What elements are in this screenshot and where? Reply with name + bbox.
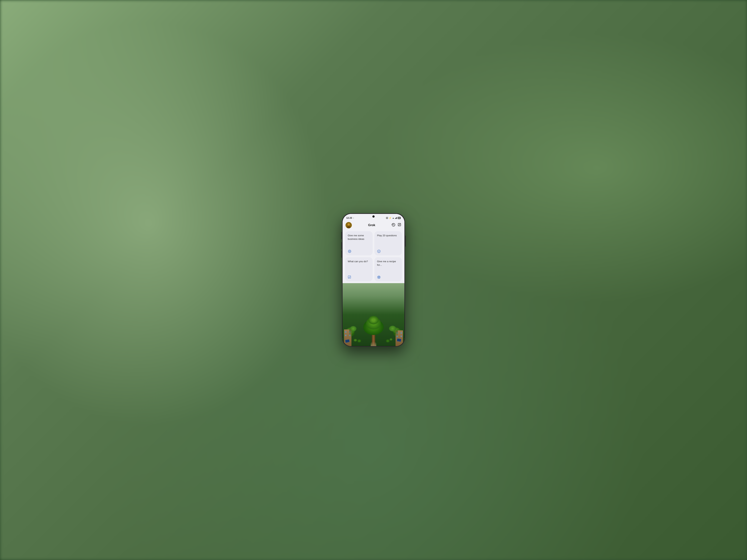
suggestion-text-recipe: Give me a recipe for... <box>377 260 399 267</box>
svg-point-8 <box>349 251 350 252</box>
vpn-icon: ? <box>386 217 388 219</box>
building-left <box>344 329 352 346</box>
svg-point-26 <box>378 276 379 277</box>
battery-indicator: 63 <box>398 217 401 219</box>
app-title: Grok <box>368 223 375 227</box>
status-icons: ? ⚡ ▲ 63 <box>386 217 401 219</box>
svg-line-16 <box>349 252 349 252</box>
nature-scene <box>342 283 405 346</box>
svg-point-25 <box>379 277 380 278</box>
suggestion-text-capabilities: What can you do? <box>348 260 370 263</box>
status-time: 12.33 <box>346 217 352 219</box>
battery-level: 63 <box>398 217 400 219</box>
suggestion-text-questions: Play 20 questions <box>377 234 399 237</box>
signal-bars <box>395 217 397 219</box>
smile-icon <box>377 249 399 253</box>
svg-line-14 <box>351 252 351 252</box>
suggestion-card-business-ideas[interactable]: Give me some business ideas <box>345 231 372 256</box>
camera-notch <box>372 215 375 218</box>
history-icon[interactable] <box>391 223 395 228</box>
svg-point-7 <box>348 250 351 252</box>
svg-point-24 <box>378 276 380 279</box>
compose-icon[interactable] <box>398 223 402 228</box>
avatar[interactable] <box>345 222 352 228</box>
header-actions <box>391 223 402 228</box>
status-bar: 12.33 ✦ ? ⚡ ▲ 63 <box>342 214 405 220</box>
suggestion-text-business: Give me some business ideas <box>348 234 370 241</box>
suggestions-grid: Give me some business ideas <box>342 230 405 283</box>
svg-line-23 <box>350 276 350 277</box>
suggestion-card-recipe[interactable]: Give me a recipe for... <box>375 257 402 281</box>
suggestion-card-20-questions[interactable]: Play 20 questions <box>375 231 402 256</box>
ideas-icon <box>348 249 370 253</box>
svg-line-15 <box>351 250 351 250</box>
sparkle-icon: ✦ <box>353 217 354 219</box>
svg-point-18 <box>378 251 379 251</box>
svg-point-19 <box>379 251 380 251</box>
solar-panel-right <box>397 339 401 342</box>
bluetooth-icon: ⚡ <box>389 217 391 219</box>
svg-point-17 <box>378 250 380 253</box>
svg-point-27 <box>380 276 380 277</box>
suggestion-card-capabilities[interactable]: What can you do? <box>345 257 372 281</box>
svg-point-29 <box>380 278 380 278</box>
app-header: Grok <box>342 220 405 230</box>
building-right <box>395 330 403 346</box>
phone-screen: 12.33 ✦ ? ⚡ ▲ 63 <box>342 214 405 346</box>
svg-line-21 <box>349 277 350 278</box>
bottom-nature-image <box>342 283 405 346</box>
svg-line-13 <box>349 250 349 250</box>
capabilities-icon <box>348 275 370 279</box>
phone-wrapper: 12.33 ✦ ? ⚡ ▲ 63 <box>342 213 405 347</box>
svg-point-28 <box>378 278 379 278</box>
wifi-icon: ▲ <box>392 217 394 219</box>
recipe-icon <box>377 275 399 279</box>
phone-frame: 12.33 ✦ ? ⚡ ▲ 63 <box>342 213 405 347</box>
svg-point-1 <box>347 223 350 225</box>
